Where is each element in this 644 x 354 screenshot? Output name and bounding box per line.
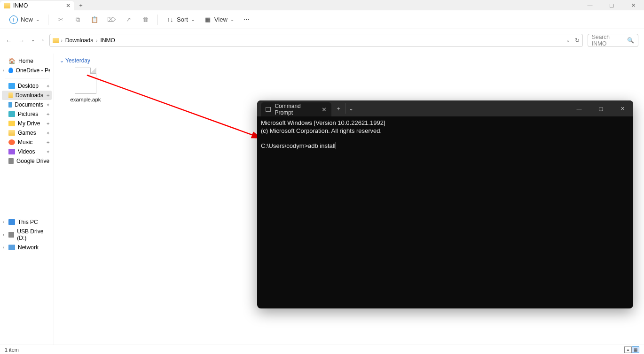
view-button[interactable]: ▦ View ⌄ — [200, 14, 238, 25]
cmd-window-controls: — ▢ ✕ — [568, 100, 633, 116]
file-name: example.apk — [70, 97, 101, 102]
sidebar-item-mydrive[interactable]: My Drive✦ — [2, 119, 52, 128]
cmd-close-button[interactable]: ✕ — [612, 100, 633, 116]
recent-button[interactable]: ⌄ — [31, 37, 35, 44]
close-tab-icon[interactable]: ✕ — [66, 2, 71, 9]
toolbar: + New ⌄ ✂ ⧉ 📋 ⌦ ↗ 🗑 ↑↓ Sort ⌄ ▦ View ⌄ ⋯ — [0, 10, 644, 29]
chevron-right-icon: › — [96, 38, 97, 43]
cmd-minimize-button[interactable]: — — [568, 100, 590, 116]
breadcrumb-item[interactable]: INMO — [100, 37, 116, 44]
refresh-button[interactable]: ↻ — [575, 37, 580, 44]
search-input[interactable]: Search INMO 🔍 — [588, 34, 638, 47]
view-toggles: ≡ ▦ — [624, 346, 639, 353]
sidebar-label: Network — [18, 244, 39, 251]
details-view-button[interactable]: ≡ — [624, 346, 632, 353]
sidebar-item-network[interactable]: ›Network — [2, 243, 52, 252]
delete-button[interactable]: 🗑 — [138, 14, 153, 25]
window-titlebar: INMO ✕ ＋ — ▢ ✕ — [0, 0, 644, 10]
file-item[interactable]: example.apk — [64, 68, 107, 102]
new-tab-button[interactable]: ＋ — [74, 0, 87, 10]
sidebar-label: This PC — [18, 219, 38, 225]
sidebar-label: OneDrive - Persona — [16, 67, 50, 74]
chevron-down-icon[interactable]: ⌄ — [566, 37, 570, 44]
sidebar-item-games[interactable]: Games✦ — [2, 128, 52, 138]
icons-view-button[interactable]: ▦ — [632, 346, 639, 353]
sidebar-item-videos[interactable]: Videos✦ — [2, 147, 52, 156]
terminal-body[interactable]: Microsoft Windows [Version 10.0.22621.19… — [257, 116, 633, 308]
pin-icon[interactable]: ✦ — [46, 121, 50, 126]
separator — [48, 15, 48, 25]
chevron-right-icon: › — [61, 38, 63, 43]
close-window-button[interactable]: ✕ — [622, 0, 644, 10]
more-button[interactable]: ⋯ — [240, 14, 253, 25]
forward-button[interactable]: → — [18, 37, 24, 44]
document-icon — [8, 102, 12, 108]
trash-icon: 🗑 — [141, 16, 149, 23]
back-button[interactable]: ← — [6, 37, 12, 44]
chevron-right-icon[interactable]: › — [3, 68, 4, 73]
file-icon — [75, 68, 96, 94]
sidebar-label: Games — [18, 130, 36, 136]
sidebar-item-usb[interactable]: ›USB Drive (D:) — [2, 227, 52, 243]
sidebar: 🏠 Home › OneDrive - Persona Desktop✦ Dow… — [0, 54, 54, 345]
pin-icon[interactable]: ✦ — [46, 93, 50, 98]
new-button[interactable]: + New ⌄ — [6, 14, 43, 26]
sidebar-item-downloads[interactable]: Downloads✦ — [2, 91, 52, 100]
sidebar-item-gdrive[interactable]: Google Drive (G: — [2, 156, 52, 166]
network-icon — [8, 245, 15, 250]
item-count: 1 item — [5, 347, 19, 353]
minimize-button[interactable]: — — [579, 0, 601, 10]
window-controls: — ▢ ✕ — [579, 0, 644, 10]
sidebar-home[interactable]: 🏠 Home — [2, 56, 52, 66]
sidebar-item-thispc[interactable]: ›This PC — [2, 217, 52, 227]
sidebar-item-pictures[interactable]: Pictures✦ — [2, 109, 52, 119]
sidebar-item-music[interactable]: Music✦ — [2, 138, 52, 147]
explorer-tab[interactable]: INMO ✕ — [0, 1, 74, 10]
chevron-right-icon[interactable]: › — [3, 245, 4, 250]
gdrive-icon — [8, 158, 14, 164]
sidebar-item-documents[interactable]: Documents✦ — [2, 100, 52, 109]
sidebar-item-desktop[interactable]: Desktop✦ — [2, 81, 52, 91]
terminal-line: Microsoft Windows [Version 10.0.22621.19… — [261, 119, 385, 126]
sort-icon: ↑↓ — [166, 16, 174, 23]
pin-icon[interactable]: ✦ — [46, 149, 50, 154]
cmd-maximize-button[interactable]: ▢ — [590, 100, 612, 116]
sort-button[interactable]: ↑↓ Sort ⌄ — [163, 14, 198, 25]
up-button[interactable]: ↑ — [41, 37, 45, 44]
breadcrumb-item[interactable]: Downloads — [64, 37, 94, 44]
pin-icon[interactable]: ✦ — [46, 140, 50, 145]
cmd-tab[interactable]: Command Prompt ✕ — [261, 102, 331, 116]
command-prompt-window[interactable]: Command Prompt ✕ ＋ ⌄ — ▢ ✕ Microsoft Win… — [257, 100, 633, 308]
group-label: Yesterday — [65, 57, 90, 64]
pin-icon[interactable]: ✦ — [46, 102, 50, 108]
cmd-new-tab-button[interactable]: ＋ — [331, 103, 346, 114]
tab-title: INMO — [13, 2, 28, 9]
chevron-right-icon[interactable]: › — [3, 232, 4, 237]
share-button[interactable]: ↗ — [121, 14, 136, 25]
rename-button[interactable]: ⌦ — [104, 14, 119, 25]
sidebar-onedrive[interactable]: › OneDrive - Persona — [2, 66, 52, 75]
maximize-button[interactable]: ▢ — [601, 0, 622, 10]
pin-icon[interactable]: ✦ — [46, 84, 50, 89]
cut-button[interactable]: ✂ — [53, 14, 68, 25]
chevron-down-icon: ⌄ — [191, 17, 195, 22]
pin-icon[interactable]: ✦ — [46, 112, 50, 117]
sidebar-label: Downloads — [16, 92, 43, 99]
home-icon: 🏠 — [8, 58, 16, 64]
sidebar-label: Documents — [15, 101, 43, 108]
sidebar-label: Desktop — [18, 83, 39, 89]
cloud-icon — [8, 68, 13, 73]
rename-icon: ⌦ — [108, 16, 115, 23]
address-bar[interactable]: › Downloads › INMO ⌄ ↻ — [49, 34, 583, 47]
terminal-cursor — [336, 142, 336, 149]
copy-button[interactable]: ⧉ — [70, 14, 85, 25]
cmd-dropdown-button[interactable]: ⌄ — [346, 100, 357, 116]
pin-icon[interactable]: ✦ — [46, 131, 50, 136]
search-placeholder: Search INMO — [592, 34, 624, 47]
view-label: View — [214, 16, 228, 23]
close-tab-icon[interactable]: ✕ — [322, 106, 327, 113]
chevron-right-icon[interactable]: › — [3, 220, 4, 224]
group-header[interactable]: Yesterday — [60, 57, 638, 64]
sidebar-label: Pictures — [18, 111, 38, 117]
paste-button[interactable]: 📋 — [87, 14, 102, 25]
